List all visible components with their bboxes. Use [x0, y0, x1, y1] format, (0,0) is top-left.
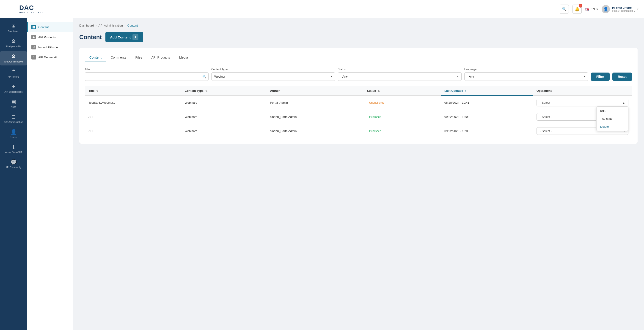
api-admin-icon: ⚙ — [11, 54, 16, 59]
cell-last-updated: 09/22/2023 - 13:08 — [441, 110, 533, 124]
find-apis-icon: ⚙ — [11, 38, 16, 44]
filter-language-select[interactable]: - Any - ▾ — [464, 72, 588, 81]
breadcrumb-dashboard[interactable]: Dashboard — [79, 24, 94, 27]
about-icon: ℹ — [12, 144, 14, 150]
filter-status-select[interactable]: - Any - ▾ — [338, 72, 462, 81]
filter-status-group: Status - Any - ▾ — [338, 68, 462, 81]
sidebar-item-label: API Subscriptions — [4, 91, 23, 93]
sidebar-item-label: API Testing — [8, 76, 19, 78]
flag-icon: 🇬🇧 — [585, 7, 589, 11]
cell-content-type: Webinars — [181, 110, 266, 124]
tab-media[interactable]: Media — [175, 53, 192, 62]
sidebar-item-site-admin[interactable]: ⊟ Site Administration — [0, 112, 27, 126]
second-sidebar-import-apis[interactable]: ↺ Import APIs / A... — [27, 42, 73, 52]
sidebar-item-dashboard[interactable]: ⊞ Dashboard — [0, 21, 27, 35]
cell-status: Published — [363, 124, 441, 138]
filter-button[interactable]: Filter — [591, 73, 610, 81]
tab-files[interactable]: Files — [131, 53, 147, 62]
col-title-label: Title — [88, 89, 95, 92]
filter-title-input[interactable] — [85, 72, 208, 81]
cell-status: Unpublished — [363, 95, 441, 110]
cell-content-type: Webinars — [181, 124, 266, 138]
import-apis-icon: ↺ — [32, 45, 36, 49]
filter-title-label: Title — [85, 68, 208, 71]
col-author-label: Author — [270, 89, 280, 92]
sidebar-item-label: API Administration — [4, 60, 23, 63]
api-testing-icon: ⚗ — [11, 69, 16, 75]
col-operations: Operations — [533, 86, 632, 95]
second-sidebar-label: API Deprecatio... — [38, 56, 61, 59]
filter-content-type-group: Content Type Webinar ▾ — [211, 68, 335, 81]
breadcrumb: Dashboard › API Administration › Content — [79, 24, 638, 27]
sidebar-item-label: Apps — [11, 106, 16, 109]
breadcrumb-api-admin[interactable]: API Administration — [98, 24, 123, 27]
content-type-sort-icon: ⇅ — [205, 89, 208, 92]
notifications-button[interactable]: 🔔 0 — [572, 4, 582, 14]
add-content-button[interactable]: Add Content + — [106, 32, 143, 42]
sidebar-item-api-admin[interactable]: ⚙ API Administration — [0, 51, 27, 65]
second-sidebar-label: API Products — [38, 35, 56, 39]
filter-content-type-value: Webinar — [214, 75, 225, 78]
main-content: Dashboard › API Administration › Content… — [73, 18, 644, 330]
col-last-updated[interactable]: Last Updated ↑ — [441, 86, 533, 95]
ops-translate-item[interactable]: Translate — [596, 115, 628, 123]
cell-author: sindhu_PortalAdmin — [266, 124, 363, 138]
user-name: Hi ekta umare — [612, 6, 635, 9]
search-icon: 🔍 — [202, 75, 206, 78]
status-badge: Published — [367, 129, 384, 133]
reset-button[interactable]: Reset — [612, 73, 632, 81]
cell-author: sindhu_PortalAdmin — [266, 110, 363, 124]
top-header: ☰ DAC DIGITAL APICRAFT 🔍 🔔 0 🇬🇧 EN ▾ 👤 H… — [0, 0, 644, 18]
ops-edit-item[interactable]: Edit — [596, 107, 628, 115]
sidebar-item-api-testing[interactable]: ⚗ API Testing — [0, 66, 27, 81]
ops-dropdown-menu: Edit Translate Delete — [596, 106, 628, 131]
ops-delete-item[interactable]: Delete — [596, 123, 628, 131]
sidebar-item-label: Site Administration — [4, 121, 23, 124]
ops-select-1[interactable]: - Select - ▲ — [536, 99, 628, 106]
second-sidebar-label: Content — [38, 25, 49, 29]
filter-status-value: - Any - — [341, 75, 350, 78]
status-badge: Unpublished — [367, 100, 387, 105]
site-admin-icon: ⊟ — [12, 114, 16, 120]
tab-content[interactable]: Content — [85, 53, 106, 62]
ops-caret-icon: ▲ — [622, 101, 625, 104]
users-icon: 👤 — [10, 129, 17, 135]
second-sidebar-api-products[interactable]: ◉ API Products — [27, 32, 73, 42]
filter-language-label: Language — [464, 68, 588, 71]
cell-operations: - Select - ▲ Edit Translate Delete — [533, 95, 632, 110]
ops-placeholder: - Select - — [540, 101, 552, 104]
col-title[interactable]: Title ⇅ — [85, 86, 181, 95]
sidebar-item-api-subscriptions[interactable]: ✦ API Subscriptions — [0, 81, 27, 96]
sidebar-item-users[interactable]: 👤 Users — [0, 127, 27, 141]
main-layout: ⊞ Dashboard ⚙ Find your APIs ⚙ API Admin… — [0, 18, 644, 330]
second-sidebar-api-deprecation[interactable]: ⚠ API Deprecatio... — [27, 52, 73, 62]
search-button[interactable]: 🔍 — [560, 4, 569, 14]
second-sidebar-content[interactable]: 📄 Content — [27, 22, 73, 32]
second-sidebar: 📄 Content ◉ API Products ↺ Import APIs /… — [27, 18, 73, 330]
header-right: 🔍 🔔 0 🇬🇧 EN ▾ 👤 Hi ekta umare ekta.u+pad… — [560, 4, 638, 14]
filters-row: Title 🔍 Content Type Webinar ▾ Status — [85, 68, 632, 81]
language-selector[interactable]: 🇬🇧 EN ▾ — [585, 7, 598, 11]
user-area[interactable]: 👤 Hi ekta umare ekta.u+padmin@d... ▾ — [602, 5, 638, 13]
sidebar-item-about[interactable]: ℹ About OneAPIM — [0, 142, 27, 156]
tab-comments[interactable]: Comments — [106, 53, 131, 62]
user-chevron-icon: ▾ — [637, 7, 638, 11]
col-last-updated-label: Last Updated — [444, 89, 463, 92]
sidebar-toggle-button[interactable]: ☰ — [8, 2, 18, 12]
cell-title: API — [85, 124, 181, 138]
sidebar-item-community[interactable]: 💬 API Community — [0, 157, 27, 171]
notification-badge: 0 — [579, 4, 582, 7]
table-body: TestSanityWebinar1 Webinars Portal_Admin… — [85, 95, 632, 138]
table-row: API Webinars sindhu_PortalAdmin Publishe… — [85, 110, 632, 124]
filter-status-label: Status — [338, 68, 462, 71]
status-caret-icon: ▾ — [457, 75, 458, 78]
col-status[interactable]: Status ⇅ — [363, 86, 441, 95]
filter-content-type-select[interactable]: Webinar ▾ — [211, 72, 335, 81]
sidebar-item-find-apis[interactable]: ⚙ Find your APIs — [0, 36, 27, 50]
col-status-label: Status — [367, 89, 376, 92]
tab-api-products[interactable]: API Products — [147, 53, 175, 62]
api-subscriptions-icon: ✦ — [12, 84, 16, 90]
sidebar-item-apps[interactable]: ▣ Apps — [0, 97, 27, 111]
tabs: Content Comments Files API Products Medi… — [85, 53, 632, 62]
col-content-type[interactable]: Content Type ⇅ — [181, 86, 266, 95]
